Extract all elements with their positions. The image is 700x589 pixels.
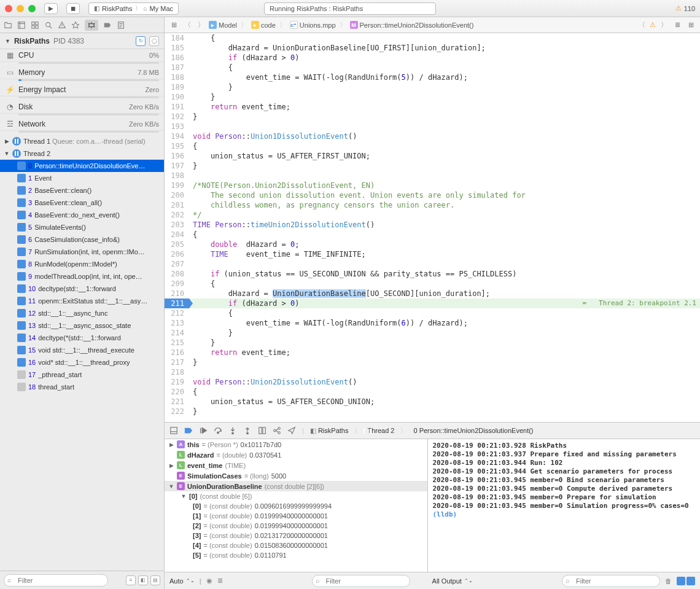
gauge-row[interactable]: ▭ Memory 7.8 MB (0, 66, 164, 79)
code-line[interactable]: 188 event_time = WAIT(-log(RandUniform(5… (165, 72, 700, 82)
close-icon[interactable] (5, 5, 12, 12)
code-line[interactable]: 222 } (165, 407, 700, 416)
variables-filter-input[interactable] (312, 575, 410, 587)
code-line[interactable]: 200 The second union dissolution event. … (165, 190, 700, 200)
code-line[interactable]: 220 { (165, 387, 700, 397)
var-array-item[interactable]: [5] = (const double) 0.0110791 (165, 550, 427, 560)
code-line[interactable]: 204 { (165, 230, 700, 240)
gauge-row[interactable]: ⚡ Energy Impact Zero (0, 84, 164, 96)
stack-frame[interactable]: 18 thread_start (0, 381, 164, 393)
stack-frame[interactable]: 14 decltype(*(std::__1::forward (0, 332, 164, 344)
threads-icon[interactable]: ▤ (150, 575, 160, 585)
related-items-icon[interactable]: ⊞ (168, 20, 179, 31)
issue-badge[interactable]: ⚠ 110 (675, 4, 695, 12)
var-dhazard[interactable]: LdHazard = (double) 0.0370541 (165, 450, 427, 460)
code-line[interactable]: 206 TIME event_time = TIME_INFINITE; (165, 249, 700, 259)
simulate-location-icon[interactable] (287, 426, 296, 435)
source-control-nav-icon[interactable] (17, 21, 26, 29)
cycle-icon[interactable]: ↻ (136, 36, 146, 46)
code-line[interactable]: 196 union_status = US_AFTER_FIRST_UNION; (165, 151, 700, 161)
var-udb-0[interactable]: ▼[0] (const double [6]) (165, 491, 427, 501)
source-editor[interactable]: 184 { 185 dHazard = UnionDurationBaselin… (165, 33, 700, 422)
variables-scope[interactable]: Auto ⌃⌄ (169, 577, 195, 585)
code-line[interactable]: 198 (165, 171, 700, 181)
run-button[interactable]: ▶ (44, 3, 58, 14)
jump-bar[interactable]: ⊞ 〈 〉 ▸Model 〉 ▸code 〉 c⁺Unions.mpp 〉 MP… (165, 17, 700, 33)
stack-frame[interactable]: 1 Event (0, 172, 164, 184)
minimap-icon[interactable]: ≣ (672, 20, 683, 31)
code-line[interactable]: 187 { (165, 63, 700, 72)
report-nav-icon[interactable] (117, 21, 125, 29)
disclosure-icon[interactable]: ▼ (5, 38, 10, 44)
var-array-item[interactable]: [1] = (const double) 0.01999940000000000… (165, 511, 427, 521)
find-nav-icon[interactable] (44, 21, 53, 29)
minimize-icon[interactable] (17, 5, 24, 12)
code-line[interactable]: 207 (165, 259, 700, 269)
panel-toggle[interactable] (677, 577, 695, 585)
next-issue-icon[interactable]: 〉 (658, 20, 669, 31)
profile-icon[interactable]: ◯ (149, 36, 159, 46)
code-line[interactable]: 201 childless women, as pregnancy censor… (165, 200, 700, 210)
code-line[interactable]: 205 double dHazard = 0; (165, 240, 700, 249)
stack-frame[interactable]: 4 BaseEvent::do_next_event() (0, 209, 164, 221)
process-header[interactable]: ▼ RiskPaths PID 4383 ↻ ◯ (0, 33, 164, 49)
stop-button[interactable]: ◼ (66, 3, 80, 14)
code-line[interactable]: 216 return event_time; (165, 348, 700, 357)
var-array-item[interactable]: [2] = (const double) 0.01999940000000000… (165, 521, 427, 531)
list-icon[interactable]: ≣ (217, 577, 223, 585)
stack-frame[interactable]: 10 decltype(std::__1::forward (0, 283, 164, 295)
code-line[interactable]: 197 } (165, 161, 700, 171)
stack-frame[interactable]: 2 BaseEvent::clean() (0, 184, 164, 197)
code-line[interactable]: 219 void Person::Union2DissolutionEvent(… (165, 377, 700, 387)
stack-frame[interactable]: 0 Person::timeUnion2DissolutionEve… (0, 160, 164, 172)
forward-button[interactable]: 〉 (195, 20, 206, 31)
code-line[interactable]: 221 union_status = US_AFTER_SECOND_UNION… (165, 397, 700, 407)
breakpoints-toggle-icon[interactable] (184, 426, 193, 435)
code-line[interactable]: 202 */ (165, 210, 700, 220)
scope-icon[interactable]: ◧ (138, 575, 148, 585)
code-line[interactable]: 210 dHazard = UnionDurationBaseline[UO_S… (165, 289, 700, 298)
trash-icon[interactable]: 🗑 (665, 577, 672, 585)
code-line[interactable]: 209 { (165, 279, 700, 289)
project-nav-icon[interactable] (4, 21, 12, 29)
stack-frame[interactable]: 3 BaseEvent::clean_all() (0, 197, 164, 209)
var-this[interactable]: ▶Athis = (Person *) 0x10117b7d0 (165, 439, 427, 450)
navigator-tabs[interactable] (0, 17, 164, 33)
variables-view[interactable]: ▶Athis = (Person *) 0x10117b7d0 LdHazard… (165, 439, 428, 572)
var-array-item[interactable]: [4] = (const double) 0.01508360000000000… (165, 540, 427, 550)
filter-icon[interactable]: ≡ (126, 575, 136, 585)
var-array-item[interactable]: [0] = (const double) 0.00960169999999999… (165, 501, 427, 511)
code-line[interactable]: 217 } (165, 357, 700, 367)
test-nav-icon[interactable] (71, 21, 80, 29)
add-editor-icon[interactable]: ⊞ (685, 20, 696, 31)
var-array-item[interactable]: [3] = (const double) 0.02131720000000000… (165, 531, 427, 540)
code-line[interactable]: 193 (165, 122, 700, 131)
scheme-selector[interactable]: ◧ RiskPaths 〉 ⌂ My Mac (88, 2, 179, 15)
breakpoint-nav-icon[interactable] (103, 21, 112, 29)
stack-frame[interactable]: 17 _pthread_start (0, 369, 164, 381)
code-line[interactable]: 218 (165, 367, 700, 377)
back-button[interactable]: 〈 (182, 20, 193, 31)
stack-frame[interactable]: 5 SimulateEvents() (0, 221, 164, 233)
step-into-icon[interactable] (228, 426, 237, 435)
gauge-row[interactable]: ☲ Network Zero KB/s (0, 118, 164, 131)
stack-frame[interactable]: 8 RunModel(openm::IModel*) (0, 258, 164, 270)
code-line[interactable]: 195 { (165, 141, 700, 151)
var-simcases[interactable]: ESimulationCases = (llong) 5000 (165, 470, 427, 481)
console-scope[interactable]: All Output ⌃⌄ (432, 577, 473, 585)
code-line[interactable]: 214 } (165, 328, 700, 338)
code-line[interactable]: 208 if (union_status == US_SECOND_UNION … (165, 269, 700, 279)
gauge-row[interactable]: ▦ CPU 0% (0, 49, 164, 62)
continue-icon[interactable] (199, 426, 208, 435)
code-line[interactable]: 211 if (dHazard > 0)= Thread 2: breakpoi… (165, 298, 700, 308)
code-line[interactable]: 203 TIME Person::timeUnion2DissolutionEv… (165, 220, 700, 230)
view-debug-icon[interactable] (258, 426, 266, 435)
console-output[interactable]: 2020-08-19 00:21:03.928 RiskPaths2020-08… (428, 439, 701, 572)
thread-1[interactable]: ▶ Thread 1 Queue: com.a…-thread (serial) (0, 135, 164, 147)
code-line[interactable]: 190 } (165, 92, 700, 102)
code-line[interactable]: 199 /*NOTE(Person.Union2DissolutionEvent… (165, 181, 700, 190)
memory-graph-icon[interactable] (273, 426, 281, 435)
var-eventtime[interactable]: ▶Levent_time (TIME) (165, 460, 427, 470)
stack-frame[interactable]: 6 CaseSimulation(case_info&) (0, 233, 164, 246)
stack-frame[interactable]: 15 void std::__1::__thread_execute (0, 344, 164, 356)
